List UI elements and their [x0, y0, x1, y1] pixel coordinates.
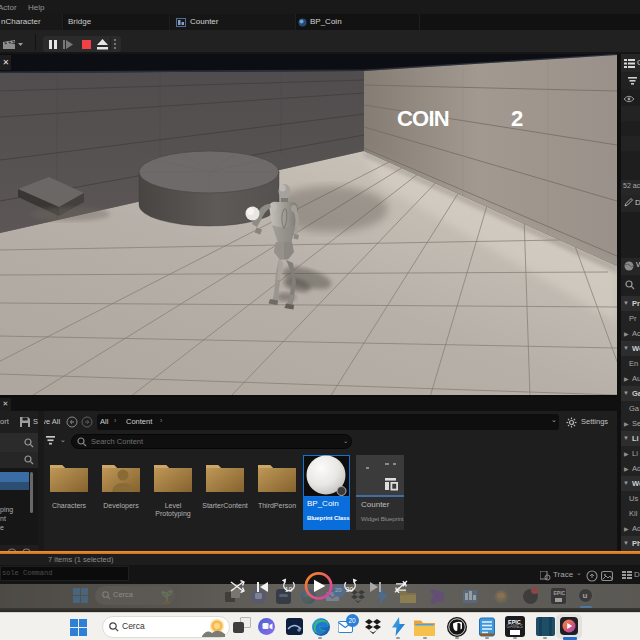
svg-text:COIN: COIN — [397, 106, 449, 131]
svg-text:2: 2 — [511, 106, 523, 131]
